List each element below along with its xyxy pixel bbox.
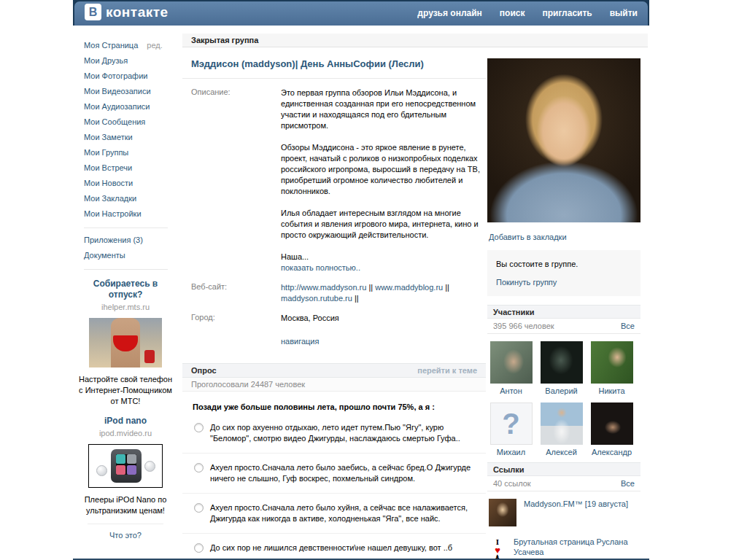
app-tile [116, 454, 125, 464]
sidebar-item-my-notes[interactable]: Мои Заметки [84, 130, 175, 145]
ad-beach-image[interactable] [89, 318, 162, 368]
page-header-bar: Закрытая группа [182, 34, 648, 47]
members-count: 395 966 человек [493, 319, 554, 333]
sidebar-divider [84, 228, 168, 228]
sidebar-item-my-meetings[interactable]: Мои Встречи [84, 160, 175, 176]
website-link[interactable]: http://www.maddyson.ru [281, 283, 366, 292]
poll-option-text: Ахуел просто.Сначала лето было заебись, … [210, 462, 474, 484]
member-name-link[interactable]: Александр [588, 448, 635, 456]
nav-invite[interactable]: пригласить [542, 8, 592, 18]
poll-option[interactable]: До сих пор не лишился девственности\не н… [182, 534, 486, 560]
member-avatar[interactable] [541, 341, 583, 384]
goto-topic-link[interactable]: перейти к теме [417, 366, 477, 375]
app-tile [127, 465, 136, 475]
sidebar-item-my-messages[interactable]: Мои Сообщения [84, 114, 175, 130]
city-value: Москва, Россия [281, 313, 486, 324]
description-paragraph: Илья обладает интересным взглядом на мно… [281, 208, 486, 241]
sidebar-item-my-bookmarks[interactable]: Мои Закладки [84, 191, 175, 206]
leave-group-link[interactable]: Покинуть группу [496, 278, 557, 287]
sidebar-edit-link[interactable]: ред. [147, 41, 162, 50]
poll-voted-bar: Проголосовали 24487 человек [182, 378, 486, 392]
sidebar-item-documents[interactable]: Документы [84, 248, 175, 263]
ad-mts-title[interactable]: Собираетесь в отпуск? [77, 279, 174, 300]
website-separator: || [445, 283, 449, 292]
website-separator: || [355, 294, 359, 303]
poll-option-radio[interactable] [194, 423, 204, 432]
ad-ipod-title[interactable]: iPod nano [77, 416, 174, 427]
sidebar-item-my-friends[interactable]: Мои Друзья [84, 53, 175, 69]
poll-question: Позади уже больше половины лета, прошло … [193, 402, 477, 411]
sidebar-item-my-groups[interactable]: Мои Группы [84, 145, 175, 160]
members-header-bar: Участники [487, 305, 640, 319]
sidebar-item-my-settings[interactable]: Мои Настройки [84, 206, 175, 222]
vk-logo[interactable]: В контакте [85, 4, 169, 20]
member-card: Алексей [538, 402, 585, 456]
poll-header-bar: Опрос перейти к теме [182, 363, 486, 378]
sidebar-item-my-videos[interactable]: Мои Видеозаписи [84, 84, 175, 99]
sidebar-item-my-news[interactable]: Мои Новости [84, 176, 175, 191]
nav-friends-online[interactable]: друзья онлайн [417, 8, 481, 18]
nav-logout[interactable]: выйти [610, 8, 638, 18]
earbud-icon [96, 465, 107, 476]
links-count: 40 ссылок [493, 476, 531, 491]
members-all-link[interactable]: Все [621, 319, 635, 333]
vk-group-page: В контакте друзья онлайн поиск пригласит… [0, 0, 747, 560]
poll-option-radio[interactable] [194, 503, 204, 513]
poll-option-radio[interactable] [194, 543, 204, 553]
sidebar-item-my-audio[interactable]: Мои Аудиозаписи [84, 99, 175, 114]
member-name-link[interactable]: Михаил [487, 448, 535, 456]
ad-mts: Собираетесь в отпуск? ihelper.mts.ru Нас… [77, 279, 174, 407]
ad-mts-caption: Настройте свой телефон с Интернет-Помощн… [77, 374, 174, 407]
ad-ipod-image[interactable] [88, 444, 163, 488]
poll-option[interactable]: До сих пор ахуенно отдыхаю, лето идет пу… [182, 413, 486, 454]
website-label: Веб-сайт: [191, 282, 281, 304]
website-link[interactable]: www.maddyblog.ru [375, 283, 443, 292]
member-avatar[interactable] [490, 341, 533, 384]
left-sidebar: Моя Страницаред. Мои Друзья Мои Фотограф… [73, 32, 175, 540]
poll-header-label: Опрос [191, 366, 217, 375]
member-avatar[interactable] [591, 341, 633, 384]
description-paragraph: Это первая группа обзоров Ильи Мэддисона… [281, 88, 486, 131]
link-item: Maddyson.FM™ [19 августа] [487, 491, 640, 529]
link-thumbnail[interactable]: I ♥ ♟ [489, 537, 506, 560]
navigation-link[interactable]: навигация [281, 337, 319, 346]
show-full-link[interactable]: показать полностью.. [281, 263, 360, 272]
vk-logo-text: контакте [106, 4, 169, 20]
member-name-link[interactable]: Антон [487, 386, 535, 395]
website-link[interactable]: maddyson.rutube.ru [281, 294, 352, 303]
poll-option-text: До сих пор не лишился девственности\не н… [210, 542, 474, 553]
add-bookmark-link[interactable]: Добавить в закладки [489, 233, 567, 241]
sidebar-item-my-photos[interactable]: Мои Фотографии [84, 69, 175, 84]
ad-whatsit-link[interactable]: Что это? [109, 531, 142, 540]
app-tile [116, 465, 125, 475]
group-photo[interactable] [487, 58, 640, 222]
sidebar-item-apps[interactable]: Приложения (3) [84, 233, 175, 248]
nav-search[interactable]: поиск [500, 8, 525, 18]
member-name-link[interactable]: Никита [588, 386, 635, 395]
member-name-link[interactable]: Валерий [538, 386, 585, 395]
description-row: Описание: Это первая группа обзоров Ильи… [182, 88, 486, 273]
member-avatar[interactable] [541, 402, 583, 445]
member-avatar-placeholder[interactable]: ? [490, 402, 533, 445]
membership-status: Вы состоите в группе. [496, 260, 632, 268]
poll-option[interactable]: Ахуел просто.Сначала лето было хуйня, а … [182, 494, 486, 534]
member-name-link[interactable]: Алексей [538, 448, 585, 456]
poll-option[interactable]: Ахуел просто.Сначала лето было заебись, … [182, 454, 486, 494]
sidebar-item-my-page[interactable]: Моя Страница [84, 41, 138, 50]
links-all-link[interactable]: Все [621, 476, 635, 491]
vk-logo-icon: В [85, 4, 101, 20]
link-thumbnail[interactable] [489, 499, 516, 526]
poll-option-text: Ахуел просто.Сначала лето было хуйня, а … [210, 502, 474, 524]
link-label[interactable]: Брутальная страница Руслана Усачева [514, 537, 628, 556]
member-card: Антон [487, 341, 535, 395]
links-header-bar: Ссылки [487, 462, 640, 476]
member-card: ? Михаил [487, 402, 535, 456]
member-avatar[interactable] [591, 402, 633, 445]
description-text: Это первая группа обзоров Ильи Мэддисона… [281, 88, 486, 273]
membership-box: Вы состоите в группе. Покинуть группу [487, 250, 640, 296]
website-links: http://www.maddyson.ru || www.maddyblog.… [281, 282, 486, 304]
sidebar-menu: Моя Страницаред. Мои Друзья Мои Фотограф… [73, 32, 175, 223]
link-label[interactable]: Maddyson.FM™ [19 августа] [524, 499, 628, 509]
poll-option-radio[interactable] [194, 463, 204, 472]
city-label: Город: [191, 313, 281, 324]
